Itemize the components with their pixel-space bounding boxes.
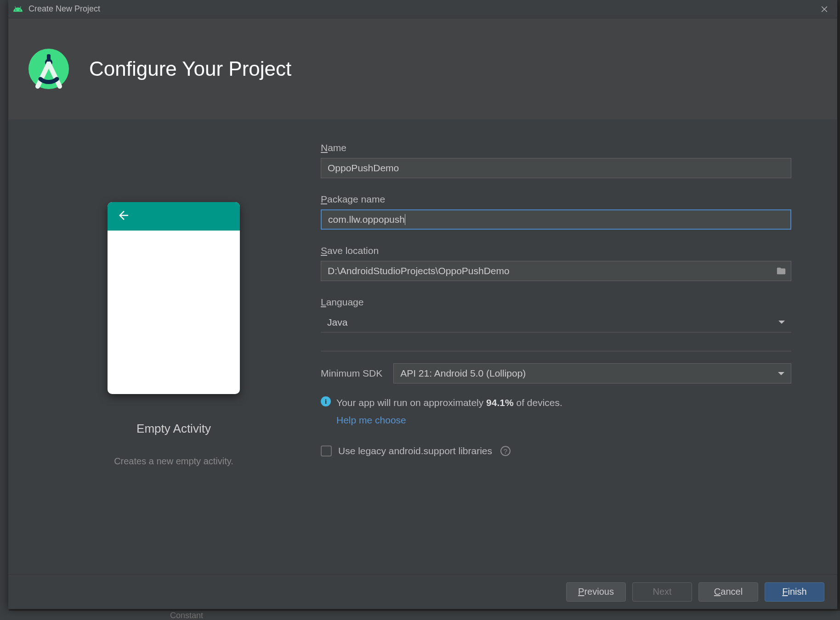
chevron-down-icon	[778, 321, 785, 324]
phone-preview-appbar	[108, 202, 240, 231]
template-preview-pane: Empty Activity Creates a new empty activ…	[27, 142, 321, 574]
package-label: Package name	[321, 194, 791, 205]
min-sdk-value: API 21: Android 5.0 (Lollipop)	[400, 368, 526, 379]
sdk-info-row: i Your app will run on approximately 94.…	[321, 395, 791, 427]
legacy-support-label: Use legacy android.support libraries	[338, 445, 492, 457]
browse-folder-icon[interactable]	[776, 265, 787, 276]
language-select-value: Java	[327, 317, 347, 328]
help-me-choose-link[interactable]: Help me choose	[336, 413, 406, 428]
legacy-support-checkbox[interactable]	[321, 445, 332, 457]
save-location-input[interactable]	[321, 261, 791, 281]
template-name: Empty Activity	[136, 422, 211, 436]
svg-rect-2	[47, 54, 51, 62]
finish-button[interactable]: Finish	[765, 582, 824, 602]
name-input[interactable]	[321, 158, 791, 178]
dialog-content: Empty Activity Creates a new empty activ…	[8, 119, 837, 574]
android-icon	[13, 4, 23, 14]
sdk-info-text: Your app will run on approximately 94.1%…	[336, 395, 562, 427]
divider	[321, 351, 791, 351]
name-label: Name	[321, 142, 791, 153]
ide-background-bottom: Constant	[0, 611, 840, 620]
language-label: Language	[321, 297, 791, 308]
close-button[interactable]	[816, 1, 833, 17]
info-icon: i	[321, 396, 331, 406]
language-select[interactable]: Java	[321, 312, 791, 333]
phone-preview	[108, 202, 240, 394]
template-description: Creates a new empty activity.	[114, 456, 233, 467]
form-pane: Name Package name com.llw.oppopush Save …	[321, 142, 819, 574]
back-arrow-icon	[117, 209, 131, 224]
package-input-value: com.llw.oppopush	[328, 214, 405, 225]
dialog-footer: Previous Next Cancel Finish	[8, 574, 837, 609]
save-location-label: Save location	[321, 245, 791, 256]
dialog-titlebar: Create New Project	[8, 0, 837, 18]
dialog-header: Configure Your Project	[8, 18, 837, 119]
new-project-dialog: Create New Project Configure Your Projec…	[8, 0, 837, 609]
package-input[interactable]: com.llw.oppopush	[321, 209, 791, 230]
next-button: Next	[632, 582, 692, 602]
help-icon[interactable]: ?	[500, 446, 511, 456]
ide-background-strip	[0, 0, 9, 620]
page-title: Configure Your Project	[89, 57, 291, 80]
min-sdk-label: Minimum SDK	[321, 368, 382, 379]
min-sdk-select[interactable]: API 21: Android 5.0 (Lollipop)	[393, 363, 791, 383]
dialog-title: Create New Project	[28, 4, 100, 14]
cancel-button[interactable]: Cancel	[698, 582, 758, 602]
chevron-down-icon	[778, 372, 784, 375]
previous-button[interactable]: Previous	[566, 582, 626, 602]
android-studio-logo-icon	[27, 47, 71, 91]
